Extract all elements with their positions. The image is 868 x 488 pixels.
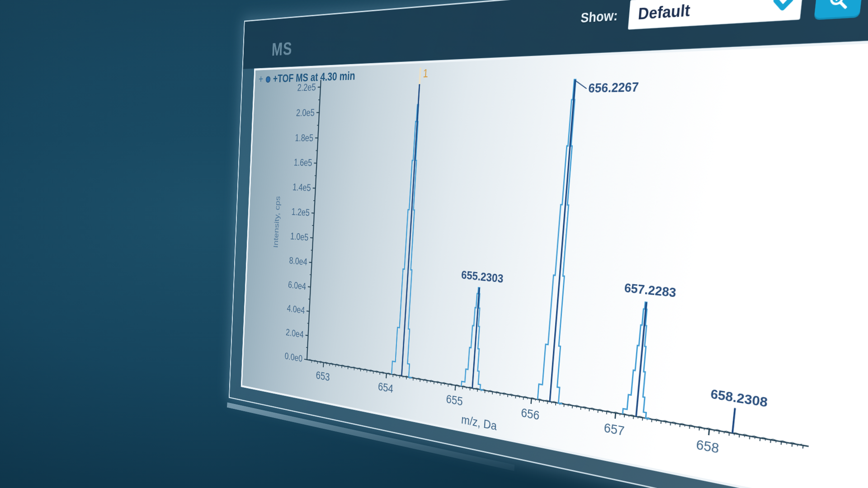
y-tick-label: 1.2e5 [291,206,310,218]
x-tick [615,413,616,419]
x-tick [531,399,532,404]
x-minor-tick [633,416,634,419]
peak-centroid-stick [732,408,735,433]
x-tick-label: 654 [378,380,394,395]
x-minor-tick [781,441,782,445]
y-tick-label: 0.0e0 [284,350,302,364]
y-axis-title: Intensity, cps [272,196,281,248]
x-minor-tick [699,427,700,431]
y-tick [307,311,309,311]
y-tick-label: 1.0e5 [290,230,309,243]
x-tick-label: 658 [696,436,720,456]
dropdown-value: Default [637,1,691,24]
x-minor-tick [792,444,793,447]
display-mode-dropdown[interactable]: Default [628,0,804,30]
magnifier-plus-icon [826,0,851,12]
panel-title: MS [271,38,292,60]
toolbar: Show: Default [580,0,868,34]
x-minor-tick [661,421,661,423]
y-tick-label: 4.0e4 [287,303,305,316]
show-label: Show: [580,8,618,26]
peak-label: 656.2267 [588,80,639,95]
x-minor-tick [670,422,671,425]
x-axis-title: m/z, Da [461,413,497,433]
y-tick-label: 6.0e4 [288,279,307,292]
x-tick-label: 653 [316,369,330,383]
peak-label: 657.2283 [624,281,677,300]
y-tick-label: 8.0e4 [289,255,307,267]
x-tick-label: 657 [604,420,625,438]
y-tick-label: 1.6e5 [293,157,312,169]
peak-annotation: 1 [423,67,429,80]
peak-centroid-stick [401,84,420,376]
x-minor-tick [739,434,740,437]
chevron-down-icon [772,0,794,12]
x-minor-tick [607,412,607,414]
x-minor-tick [719,431,719,434]
x-minor-tick [651,419,652,422]
x-tick [386,373,387,378]
x-minor-tick [680,424,680,427]
y-tick [310,238,313,238]
x-tick [323,362,324,367]
y-axis-line [307,80,321,360]
x-minor-tick [803,446,803,449]
x-minor-tick [760,438,760,441]
peak-label: 658.2308 [710,386,769,409]
y-tick-label: 2.0e5 [296,107,315,118]
x-minor-tick [624,414,625,417]
y-tick [306,335,308,336]
y-tick [304,359,307,360]
x-minor-tick [750,436,750,439]
y-tick [308,287,311,287]
ms-panel-window: MS Show: Default [229,0,868,488]
x-minor-tick [580,407,581,410]
y-minor-tick [306,347,307,348]
x-minor-tick [572,406,573,408]
peak-clipped-marker [420,68,420,84]
desktop-background: MS Show: Default [0,0,868,488]
x-tick-label: 656 [521,405,540,422]
x-tick [455,385,456,390]
y-tick-label: 1.8e5 [295,132,314,143]
x-minor-tick [689,426,690,429]
expand-icon[interactable]: + [259,74,264,84]
peak-centroid-stick [550,80,575,402]
y-tick-label: 1.4e5 [292,182,311,194]
x-minor-tick [770,440,771,443]
x-minor-tick [729,432,730,436]
x-minor-tick [589,408,590,411]
spectrum-panel: 0.0e02.0e44.0e46.0e48.0e41.0e51.2e51.4e5… [241,36,868,488]
series-dot-icon [265,76,270,82]
spectrum-plot[interactable]: 0.0e02.0e44.0e46.0e48.0e41.0e51.2e51.4e5… [242,39,868,488]
y-tick [309,262,312,263]
peak-label-leader [576,81,587,89]
x-minor-tick [598,410,598,413]
peak-label: 655.2303 [461,268,504,286]
x-minor-tick [642,418,643,420]
x-tick [709,429,709,435]
zoom-in-button[interactable] [814,0,863,20]
x-tick-label: 655 [446,392,463,408]
y-tick-label: 2.0e4 [286,327,304,340]
